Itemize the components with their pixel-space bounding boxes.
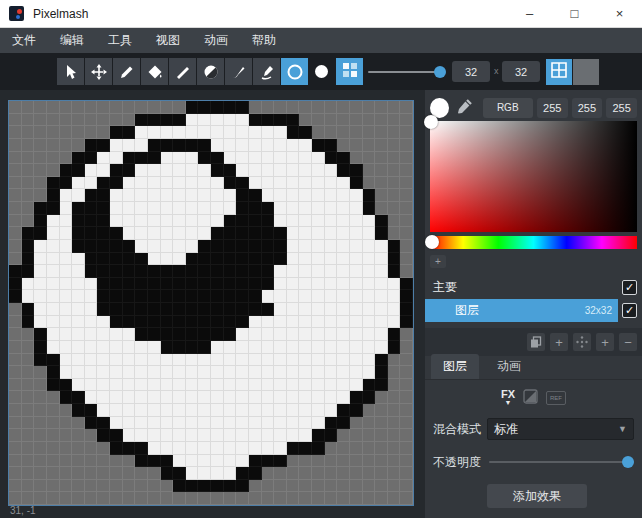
minimize-button[interactable]: – xyxy=(507,0,552,28)
curve-pen-icon xyxy=(259,64,275,80)
brush-shape-button[interactable] xyxy=(308,58,335,85)
blend-mode-select[interactable]: 标准 ▼ xyxy=(487,418,634,440)
add-layer-button[interactable]: + xyxy=(596,333,614,351)
color-mode-button[interactable]: RGB xyxy=(483,98,533,118)
blend-mode-row: 混合模式 标准 ▼ xyxy=(433,418,634,440)
grid-off-button[interactable] xyxy=(573,59,599,85)
menu-bar: 文件 编辑 工具 视图 动画 帮助 xyxy=(0,28,642,53)
layer-group-name: 主要 xyxy=(433,279,457,296)
color-picker-cursor[interactable] xyxy=(424,115,438,129)
dropdown-caret-icon: ▼ xyxy=(618,424,627,434)
fx-chevron-icon: ▼ xyxy=(505,399,512,406)
saturation-value-picker[interactable] xyxy=(430,121,637,232)
checker-icon xyxy=(343,63,357,81)
blend-mode-value: 标准 xyxy=(494,421,518,438)
curve-tool-button[interactable] xyxy=(253,58,280,85)
ellipse-tool-button[interactable] xyxy=(281,58,308,85)
pixel-canvas[interactable] xyxy=(8,100,414,506)
menu-file[interactable]: 文件 xyxy=(0,28,48,53)
duplicate-layer-button[interactable] xyxy=(527,333,545,351)
hue-slider[interactable] xyxy=(430,236,637,249)
panel-tabs: 图层 动画 xyxy=(425,356,642,380)
toolbar: 32 x 32 xyxy=(0,53,642,90)
add-group-button[interactable]: + xyxy=(550,333,568,351)
layer-name: 图层 xyxy=(455,302,479,319)
tab-layers[interactable]: 图层 xyxy=(431,354,479,379)
pencil-tool-button[interactable] xyxy=(113,58,140,85)
tool-buttons xyxy=(57,58,308,85)
ref-icon[interactable]: REF xyxy=(546,391,566,405)
size-separator: x xyxy=(494,66,499,76)
dither-toggle-button[interactable] xyxy=(336,58,363,85)
add-swatch-button[interactable]: + xyxy=(430,255,446,268)
paint-bucket-icon xyxy=(147,64,163,80)
round-brush-icon xyxy=(315,65,328,78)
layer-group-row[interactable]: 主要 ✓ xyxy=(425,276,642,298)
grid-icon xyxy=(551,62,567,82)
menu-help[interactable]: 帮助 xyxy=(240,28,288,53)
mask-icon[interactable] xyxy=(523,389,538,408)
hue-cursor[interactable] xyxy=(425,235,439,249)
group-visibility-checkbox[interactable]: ✓ xyxy=(622,280,637,295)
brush-tool-button[interactable] xyxy=(225,58,252,85)
layer-visibility-checkbox[interactable]: ✓ xyxy=(622,303,637,318)
blue-value-field[interactable]: 255 xyxy=(606,98,637,118)
tab-animation[interactable]: 动画 xyxy=(485,354,533,379)
pixel-grid[interactable] xyxy=(9,101,413,505)
pixelmash-window: Pixelmash – □ × 文件 编辑 工具 视图 动画 帮助 xyxy=(0,0,642,518)
line-icon xyxy=(175,64,191,80)
canvas-height-field[interactable]: 32 xyxy=(502,61,540,82)
circle-icon xyxy=(286,63,304,81)
app-logo-icon xyxy=(9,6,24,21)
opacity-row: 不透明度 xyxy=(433,452,634,472)
cursor-icon xyxy=(63,64,79,80)
line-tool-button[interactable] xyxy=(169,58,196,85)
effects-icon-row: FX ▼ REF xyxy=(425,386,642,410)
cursor-coordinates: 31, -1 xyxy=(10,505,36,516)
remove-layer-button[interactable]: − xyxy=(619,333,637,351)
close-button[interactable]: × xyxy=(597,0,642,28)
menu-animation[interactable]: 动画 xyxy=(192,28,240,53)
opacity-slider[interactable] xyxy=(489,461,634,463)
brush-icon xyxy=(231,64,247,80)
shade-circle-icon xyxy=(203,64,219,80)
move-tool-button[interactable] xyxy=(85,58,112,85)
move-icon xyxy=(91,64,107,80)
opacity-slider-knob[interactable] xyxy=(622,456,634,468)
layer-row[interactable]: 图层 32x32 ✓ xyxy=(425,299,642,322)
title-bar: Pixelmash – □ × xyxy=(0,0,642,28)
window-title: Pixelmash xyxy=(33,7,88,21)
color-row: RGB 255 255 255 xyxy=(430,97,637,118)
menu-tools[interactable]: 工具 xyxy=(96,28,144,53)
blend-mode-label: 混合模式 xyxy=(433,421,481,438)
canvas-width-field[interactable]: 32 xyxy=(452,61,490,82)
pencil-icon xyxy=(119,64,135,80)
eyedropper-icon[interactable] xyxy=(457,98,473,118)
add-effect-button[interactable]: 添加效果 xyxy=(487,484,587,508)
layer-size-badge: 32x32 xyxy=(585,305,612,316)
shade-tool-button[interactable] xyxy=(197,58,224,85)
red-value-field[interactable]: 255 xyxy=(537,98,568,118)
menu-edit[interactable]: 编辑 xyxy=(48,28,96,53)
layer-buttons-strip: + + − xyxy=(425,328,642,356)
center-layer-button[interactable] xyxy=(573,333,591,351)
opacity-label: 不透明度 xyxy=(433,454,481,471)
window-controls: – □ × xyxy=(507,0,642,28)
select-tool-button[interactable] xyxy=(57,58,84,85)
green-value-field[interactable]: 255 xyxy=(572,98,603,118)
brush-size-slider[interactable] xyxy=(368,71,440,73)
right-panel: RGB 255 255 255 + 主要 ✓ 图层 32x32 ✓ + + − xyxy=(425,90,642,518)
grid-toggle-button[interactable] xyxy=(546,59,572,85)
fill-tool-button[interactable] xyxy=(141,58,168,85)
maximize-button[interactable]: □ xyxy=(552,0,597,28)
slider-knob[interactable] xyxy=(434,66,446,78)
menu-view[interactable]: 视图 xyxy=(144,28,192,53)
fx-icon[interactable]: FX ▼ xyxy=(501,391,515,406)
